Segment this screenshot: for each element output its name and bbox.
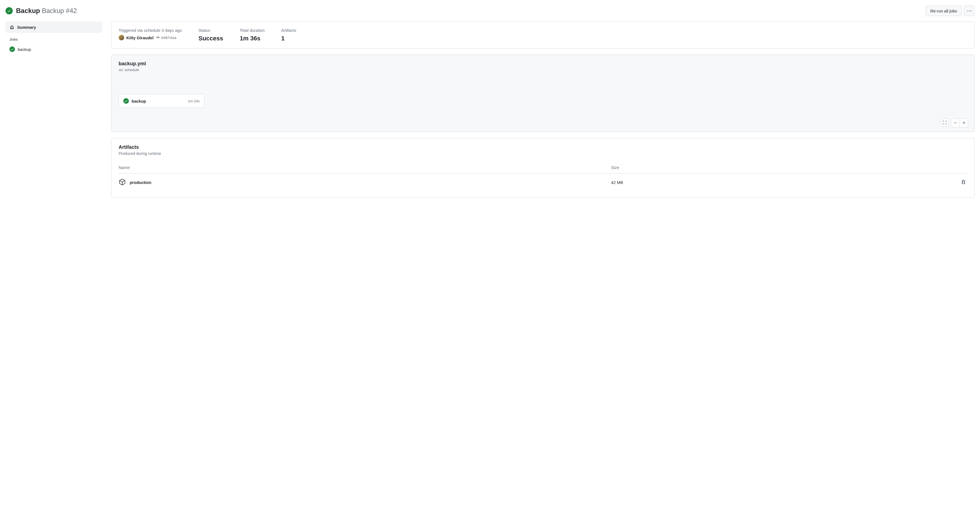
artifact-name: production: [130, 180, 151, 185]
duration-label: Total duration: [240, 28, 265, 33]
sidebar: Summary Jobs backup: [6, 22, 102, 204]
artifact-row: production 42 MB: [119, 174, 967, 192]
run-meta-panel: Triggered via schedule 3 days ago Kitty …: [111, 22, 974, 48]
title-group: Backup Backup #42: [6, 7, 77, 15]
duration-value: 1m 36s: [240, 35, 265, 42]
artifacts-panel: Artifacts Produced during runtime Name S…: [111, 138, 974, 198]
artifacts-table: Name Size production: [119, 162, 967, 191]
workflow-graph-panel: backup.yml on: schedule backup 1m 24s: [111, 54, 974, 132]
zoom-in-button[interactable]: [959, 119, 968, 127]
job-node-backup[interactable]: backup 1m 24s: [119, 94, 204, 108]
delete-artifact-button[interactable]: [960, 179, 967, 187]
success-icon: [10, 46, 15, 52]
sidebar-item-label: backup: [18, 47, 31, 52]
workflow-file-name: backup.yml: [119, 61, 967, 67]
commit-sha: b08fdaa: [161, 36, 177, 40]
minus-icon: [953, 121, 957, 125]
fullscreen-button[interactable]: [940, 118, 949, 127]
zoom-controls: [940, 118, 968, 127]
avatar[interactable]: [119, 35, 124, 40]
svg-point-0: [158, 37, 159, 38]
status-value: Success: [199, 35, 223, 42]
artifacts-subtitle: Produced during runtime: [119, 151, 967, 156]
run-number: Backup #42: [42, 7, 77, 14]
page-title: Backup Backup #42: [16, 7, 77, 15]
more-actions-button[interactable]: [964, 6, 974, 16]
artifacts-label: Artifacts: [281, 28, 296, 33]
status-block: Status Success: [199, 28, 223, 42]
zoom-out-button[interactable]: [951, 119, 959, 127]
rerun-all-jobs-button[interactable]: Re-run all jobs: [926, 6, 962, 16]
commit-icon: [156, 35, 160, 40]
job-node-name: backup: [132, 99, 185, 104]
duration-block: Total duration 1m 36s: [240, 28, 265, 42]
package-icon: [119, 179, 126, 187]
triggered-text: Triggered via schedule 3 days ago: [119, 28, 182, 33]
success-icon: [6, 7, 13, 14]
triggered-block: Triggered via schedule 3 days ago Kitty …: [119, 28, 182, 42]
job-node-duration: 1m 24s: [188, 99, 200, 103]
header-actions: Re-run all jobs: [926, 6, 974, 16]
commit-link[interactable]: b08fdaa: [156, 35, 177, 40]
artifact-link[interactable]: production: [119, 179, 611, 187]
status-label: Status: [199, 28, 223, 33]
kebab-icon: [967, 11, 971, 11]
sidebar-item-label: Summary: [17, 25, 36, 30]
artifact-size: 42 MB: [611, 174, 950, 192]
home-icon: [10, 24, 14, 30]
workflow-name: Backup: [16, 7, 40, 14]
main-content: Triggered via schedule 3 days ago Kitty …: [111, 22, 974, 204]
fullscreen-icon: [943, 121, 947, 124]
artifacts-title: Artifacts: [119, 144, 967, 150]
sidebar-jobs-heading: Jobs: [6, 33, 102, 44]
col-name: Name: [119, 162, 611, 174]
plus-icon: [962, 121, 966, 125]
artifacts-count-block: Artifacts 1: [281, 28, 296, 42]
page-header: Backup Backup #42 Re-run all jobs: [6, 6, 974, 16]
trash-icon: [961, 180, 966, 185]
workflow-trigger-line: on: schedule: [119, 68, 967, 72]
success-icon: [123, 98, 129, 104]
artifacts-value: 1: [281, 35, 296, 42]
author-name[interactable]: Kitty Giraudel: [126, 35, 153, 40]
col-size: Size: [611, 162, 950, 174]
sidebar-item-job-backup[interactable]: backup: [6, 44, 102, 55]
sidebar-item-summary[interactable]: Summary: [6, 22, 102, 33]
